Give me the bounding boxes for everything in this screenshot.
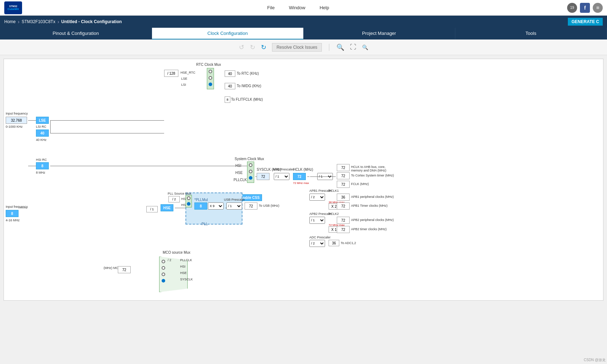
zoom-fit-button[interactable]: ⛶ (350, 43, 356, 51)
diagram-canvas: RTC Clock Mux / 128 HSE_RTC 40 To RTC (K… (4, 59, 603, 301)
rtc-radio-2[interactable] (209, 76, 212, 80)
sysclk-hsi-radio[interactable] (249, 163, 252, 167)
line-hclk-2 (307, 176, 309, 177)
apb1-prescaler-select[interactable]: / 2 (309, 194, 325, 201)
user-badge[interactable]: 19 (567, 3, 577, 13)
apb2-prescaler-select[interactable]: / 1 (309, 217, 325, 224)
mco-pllclk-label: PLLCLK (180, 258, 192, 262)
tab-bar: Pinout & Configuration Clock Configurati… (0, 28, 607, 39)
mco-hsi-label: HSI (180, 265, 185, 268)
mco-value-box: 72 (118, 266, 131, 273)
menu-file[interactable]: File (267, 5, 275, 10)
ahb-to-label: HCLK to AHB bus, core, memory and DMA (M… (351, 165, 394, 172)
line-hsi-2 (50, 166, 247, 166)
zoom-in-button[interactable]: 🔍 (336, 43, 344, 51)
cortex-label: To Cortex System timer (MHz) (351, 174, 394, 177)
sys-pllclk-label: PLLCLK (234, 178, 247, 182)
watermark: CSDN @游龙 (584, 358, 606, 363)
apb2-timer-box: 72 (337, 226, 350, 233)
facebook-icon[interactable]: f (580, 3, 590, 13)
apb2-timer-label: APB2 timer clocks (MHz) (351, 227, 387, 231)
to-iwdg-box: 40 (225, 83, 235, 89)
usb-div-select[interactable]: / 1 (226, 202, 242, 210)
breadcrumb-sep2: › (57, 19, 59, 25)
pll-hse-radio[interactable] (187, 202, 190, 206)
sys-hse-label: HSE (235, 171, 243, 175)
line-hse-1 (20, 208, 27, 208)
sysclk-mux-selector (247, 162, 254, 183)
sysclk-pll-radio[interactable] (249, 176, 252, 180)
zoom-out-button[interactable]: 🔍 (362, 44, 368, 50)
lse-mux-label: LSE (181, 77, 187, 80)
app-logo: STM32 CubeMX (4, 1, 22, 14)
menu-help[interactable]: Help (320, 5, 329, 10)
menu-window[interactable]: Window (289, 5, 305, 10)
input-freq-lse-label: Input frequency (6, 112, 28, 115)
mco-sysclk-radio[interactable] (162, 279, 165, 283)
generate-button[interactable]: GENERATE C (568, 18, 603, 26)
lsi-rc-under-lse: LSI RC (36, 125, 46, 128)
breadcrumb-home[interactable]: Home (4, 19, 16, 24)
line-pll-out (225, 208, 226, 208)
usb-prescaler-label: USB Prescaler (224, 198, 245, 201)
pclk2-label: PCLK2 (329, 212, 339, 216)
breadcrumb-chip[interactable]: STM32F103C8Tx (22, 19, 56, 24)
line-lsi (50, 133, 164, 133)
line-lse-1 (28, 120, 36, 121)
tab-project[interactable]: Project Manager (303, 28, 455, 39)
tab-clock[interactable]: Clock Configuration (152, 28, 304, 39)
apb1-timer-box: 72 (337, 202, 350, 210)
input-freq-lse-range: 0-1000 KHz (6, 125, 23, 128)
adc-value-box: 36 (329, 240, 339, 246)
tab-pinout[interactable]: Pinout & Configuration (0, 28, 152, 39)
hclk-label: HCLK (MHz) (293, 168, 313, 172)
to-rtc-label: To RTC (KHz) (237, 72, 259, 75)
undo-button[interactable]: ↺ (239, 43, 244, 51)
pll-hsi-radio[interactable] (187, 196, 190, 200)
lsi-value-box: 40 (36, 130, 49, 137)
rtc-radio-1[interactable] (209, 70, 212, 73)
mco-div2-label: / 2 (168, 258, 171, 262)
pll-src-mux-selector (185, 195, 192, 207)
pllmul-label: *PLLMul (194, 198, 208, 202)
rtc-radio-3[interactable] (209, 83, 212, 86)
fclk-label: FCLK (MHz) (351, 182, 369, 186)
main-content: RTC Clock Mux / 128 HSE_RTC 40 To RTC (K… (0, 55, 607, 364)
mco-pllclk-radio[interactable] (162, 260, 165, 263)
to-rtc-box: 40 (225, 70, 235, 77)
to-flit-label: To FLITFCLK (MHz) (231, 97, 263, 101)
div2-hsi-box: / 2 (168, 196, 180, 202)
input-freq-lse-box[interactable]: 32.768 (6, 117, 27, 124)
ahb-out-box: 72 (337, 164, 350, 171)
mco-hse-radio[interactable] (162, 273, 165, 276)
mco-sysclk-label: SYSCLK (180, 278, 193, 281)
usb-value-box: 72 (245, 202, 257, 210)
adc-prescaler-select[interactable]: / 2 (309, 240, 325, 247)
apb2-periph-label: APB2 peripheral clocks (MHz) (351, 218, 394, 222)
resolve-clock-button[interactable]: Resolve Clock Issues (272, 43, 322, 52)
ahb-prescaler-select[interactable]: / 1 (274, 173, 289, 180)
tab-tools[interactable]: Tools (455, 28, 607, 39)
toolbar-sep (329, 44, 329, 51)
lsi-unit-label: 40 KHz (36, 138, 47, 142)
hsi-unit-label: 8 MHz (36, 171, 45, 174)
mco-hsi-radio[interactable] (162, 266, 165, 270)
logo-text2: CubeMX (7, 7, 19, 11)
extra-icon[interactable]: ⊞ (593, 3, 603, 13)
hclk-value-box: 72 (293, 173, 306, 180)
sysclk-hse-radio[interactable] (249, 170, 252, 173)
cortex-value-box: 72 (337, 172, 350, 179)
breadcrumb-page: Untitled - Clock Configuration (61, 19, 122, 24)
hclk-max-label: 72 MHz max (293, 181, 309, 185)
line-sysclk-out (255, 176, 257, 177)
redo-button[interactable]: ↻ (250, 43, 255, 51)
mco-src-mux-label: MCO source Mux (163, 250, 190, 254)
pllmul-select[interactable]: X 9 (208, 202, 224, 210)
fclk-value-box: 72 (337, 181, 350, 188)
input-freq-hse-box[interactable]: 8 (6, 210, 19, 217)
hse-node: HSE (161, 204, 173, 211)
toolbar: ↺ ↻ ↻ Resolve Clock Issues 🔍 ⛶ 🔍 (0, 39, 607, 55)
diagram-area: RTC Clock Mux / 128 HSE_RTC 40 To RTC (K… (0, 55, 607, 364)
refresh-button[interactable]: ↻ (261, 43, 266, 51)
logo-text1: STM32 (9, 5, 17, 7)
